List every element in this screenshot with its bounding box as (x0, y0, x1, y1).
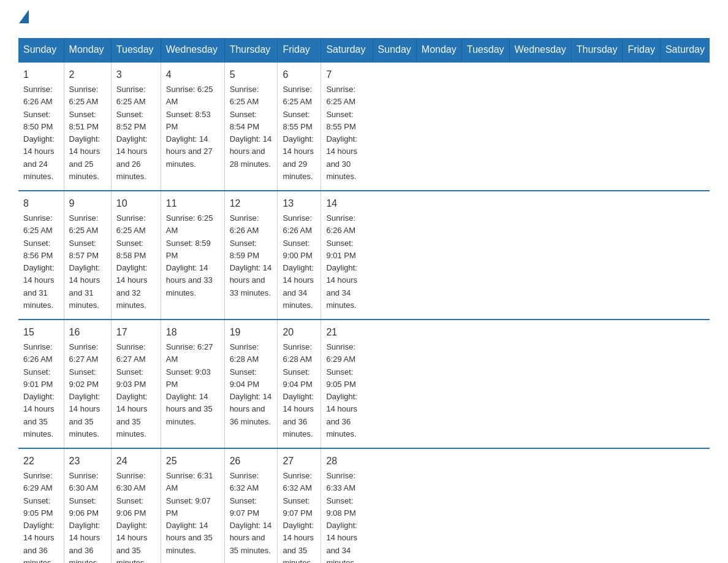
header-wednesday: Wednesday (161, 38, 224, 62)
calendar-day-cell: 25Sunrise: 6:31 AMSunset: 9:07 PMDayligh… (161, 448, 224, 563)
header-sunday: Sunday (373, 38, 416, 62)
calendar-day-cell: 4Sunrise: 6:25 AMSunset: 8:53 PMDaylight… (161, 62, 224, 191)
calendar-day-cell: 22Sunrise: 6:29 AMSunset: 9:05 PMDayligh… (18, 448, 64, 563)
calendar-day-cell: 8Sunrise: 6:25 AMSunset: 8:56 PMDaylight… (18, 191, 64, 320)
calendar-day-cell: 11Sunrise: 6:25 AMSunset: 8:59 PMDayligh… (161, 191, 224, 320)
header-wednesday: Wednesday (509, 38, 571, 62)
calendar-day-cell: 19Sunrise: 6:28 AMSunset: 9:04 PMDayligh… (224, 320, 278, 448)
day-info: Sunrise: 6:25 AMSunset: 8:54 PMDaylight:… (230, 85, 272, 169)
day-number: 3 (116, 67, 156, 82)
day-number: 17 (116, 325, 156, 340)
day-info: Sunrise: 6:29 AMSunset: 9:05 PMDaylight:… (326, 342, 357, 439)
day-number: 22 (23, 454, 59, 469)
calendar-table: SundayMondayTuesdayWednesdayThursdayFrid… (18, 38, 710, 563)
calendar-day-cell: 2Sunrise: 6:25 AMSunset: 8:51 PMDaylight… (64, 62, 111, 191)
header-thursday: Thursday (224, 38, 278, 62)
calendar-day-cell: 15Sunrise: 6:26 AMSunset: 9:01 PMDayligh… (18, 320, 64, 448)
day-info: Sunrise: 6:26 AMSunset: 9:00 PMDaylight:… (282, 213, 314, 310)
calendar-day-cell: 27Sunrise: 6:32 AMSunset: 9:07 PMDayligh… (278, 448, 321, 563)
day-number: 18 (166, 325, 219, 340)
day-info: Sunrise: 6:28 AMSunset: 9:04 PMDaylight:… (282, 342, 314, 439)
day-info: Sunrise: 6:33 AMSunset: 9:08 PMDaylight:… (326, 471, 357, 563)
day-number: 14 (326, 196, 368, 211)
day-info: Sunrise: 6:32 AMSunset: 9:07 PMDaylight:… (282, 471, 314, 563)
calendar-week-row: 8Sunrise: 6:25 AMSunset: 8:56 PMDaylight… (18, 191, 710, 320)
day-info: Sunrise: 6:27 AMSunset: 9:03 PMDaylight:… (166, 342, 213, 426)
day-number: 13 (282, 196, 316, 211)
day-info: Sunrise: 6:25 AMSunset: 8:53 PMDaylight:… (166, 85, 213, 169)
day-info: Sunrise: 6:30 AMSunset: 9:06 PMDaylight:… (116, 471, 148, 563)
day-info: Sunrise: 6:29 AMSunset: 9:05 PMDaylight:… (23, 471, 55, 563)
header-tuesday: Tuesday (461, 38, 509, 62)
day-number: 4 (166, 67, 219, 82)
calendar-day-cell: 1Sunrise: 6:26 AMSunset: 8:50 PMDaylight… (18, 62, 64, 191)
day-info: Sunrise: 6:25 AMSunset: 8:56 PMDaylight:… (23, 213, 55, 310)
calendar-day-cell: 10Sunrise: 6:25 AMSunset: 8:58 PMDayligh… (111, 191, 161, 320)
day-number: 16 (69, 325, 106, 340)
day-info: Sunrise: 6:27 AMSunset: 9:02 PMDaylight:… (69, 342, 100, 439)
day-number: 15 (23, 325, 59, 340)
day-number: 9 (69, 196, 106, 211)
day-number: 23 (69, 454, 106, 469)
calendar-day-cell: 24Sunrise: 6:30 AMSunset: 9:06 PMDayligh… (111, 448, 161, 563)
calendar-day-cell: 23Sunrise: 6:30 AMSunset: 9:06 PMDayligh… (64, 448, 111, 563)
day-info: Sunrise: 6:25 AMSunset: 8:58 PMDaylight:… (116, 213, 148, 310)
day-number: 26 (230, 454, 273, 469)
header-saturday: Saturday (660, 38, 710, 62)
day-info: Sunrise: 6:27 AMSunset: 9:03 PMDaylight:… (116, 342, 148, 439)
header-saturday: Saturday (321, 38, 373, 62)
day-info: Sunrise: 6:26 AMSunset: 9:01 PMDaylight:… (23, 342, 55, 439)
day-info: Sunrise: 6:30 AMSunset: 9:06 PMDaylight:… (69, 471, 100, 563)
day-info: Sunrise: 6:25 AMSunset: 8:51 PMDaylight:… (69, 85, 100, 181)
calendar-day-cell: 13Sunrise: 6:26 AMSunset: 9:00 PMDayligh… (278, 191, 321, 320)
calendar-day-cell: 17Sunrise: 6:27 AMSunset: 9:03 PMDayligh… (111, 320, 161, 448)
day-number: 11 (166, 196, 219, 211)
day-number: 12 (230, 196, 273, 211)
day-info: Sunrise: 6:25 AMSunset: 8:52 PMDaylight:… (116, 85, 148, 181)
logo-triangle-icon (19, 10, 29, 23)
calendar-day-cell: 21Sunrise: 6:29 AMSunset: 9:05 PMDayligh… (321, 320, 373, 448)
calendar-day-cell: 6Sunrise: 6:25 AMSunset: 8:55 PMDaylight… (278, 62, 321, 191)
calendar-day-cell: 7Sunrise: 6:25 AMSunset: 8:55 PMDaylight… (321, 62, 373, 191)
calendar-week-row: 15Sunrise: 6:26 AMSunset: 9:01 PMDayligh… (18, 320, 710, 448)
day-number: 27 (282, 454, 316, 469)
day-number: 25 (166, 454, 219, 469)
day-info: Sunrise: 6:25 AMSunset: 8:55 PMDaylight:… (282, 85, 314, 181)
calendar-day-cell: 12Sunrise: 6:26 AMSunset: 8:59 PMDayligh… (224, 191, 278, 320)
day-info: Sunrise: 6:26 AMSunset: 8:50 PMDaylight:… (23, 85, 55, 181)
page-header (18, 12, 710, 26)
day-number: 7 (326, 67, 368, 82)
day-number: 21 (326, 325, 368, 340)
header-monday: Monday (416, 38, 461, 62)
calendar-day-cell: 9Sunrise: 6:25 AMSunset: 8:57 PMDaylight… (64, 191, 111, 320)
header-thursday: Thursday (571, 38, 623, 62)
calendar-week-row: 22Sunrise: 6:29 AMSunset: 9:05 PMDayligh… (18, 448, 710, 563)
calendar-day-cell: 16Sunrise: 6:27 AMSunset: 9:02 PMDayligh… (64, 320, 111, 448)
day-number: 5 (230, 67, 273, 82)
day-info: Sunrise: 6:26 AMSunset: 8:59 PMDaylight:… (230, 213, 272, 297)
day-number: 2 (69, 67, 106, 82)
calendar-day-cell: 26Sunrise: 6:32 AMSunset: 9:07 PMDayligh… (224, 448, 278, 563)
day-number: 19 (230, 325, 273, 340)
day-info: Sunrise: 6:25 AMSunset: 8:55 PMDaylight:… (326, 85, 357, 181)
day-info: Sunrise: 6:28 AMSunset: 9:04 PMDaylight:… (230, 342, 272, 426)
logo (18, 12, 29, 26)
day-info: Sunrise: 6:31 AMSunset: 9:07 PMDaylight:… (166, 471, 213, 555)
calendar-day-cell: 20Sunrise: 6:28 AMSunset: 9:04 PMDayligh… (278, 320, 321, 448)
header-sunday: Sunday (18, 38, 64, 62)
header-tuesday: Tuesday (111, 38, 161, 62)
calendar-day-cell: 28Sunrise: 6:33 AMSunset: 9:08 PMDayligh… (321, 448, 373, 563)
header-monday: Monday (64, 38, 111, 62)
calendar-day-cell: 14Sunrise: 6:26 AMSunset: 9:01 PMDayligh… (321, 191, 373, 320)
header-friday: Friday (623, 38, 660, 62)
day-number: 6 (282, 67, 316, 82)
day-info: Sunrise: 6:25 AMSunset: 8:57 PMDaylight:… (69, 213, 100, 310)
day-info: Sunrise: 6:26 AMSunset: 9:01 PMDaylight:… (326, 213, 357, 310)
day-number: 8 (23, 196, 59, 211)
calendar-day-cell: 3Sunrise: 6:25 AMSunset: 8:52 PMDaylight… (111, 62, 161, 191)
calendar-day-cell: 5Sunrise: 6:25 AMSunset: 8:54 PMDaylight… (224, 62, 278, 191)
day-number: 24 (116, 454, 156, 469)
day-info: Sunrise: 6:32 AMSunset: 9:07 PMDaylight:… (230, 471, 272, 555)
calendar-day-cell: 18Sunrise: 6:27 AMSunset: 9:03 PMDayligh… (161, 320, 224, 448)
day-number: 28 (326, 454, 368, 469)
